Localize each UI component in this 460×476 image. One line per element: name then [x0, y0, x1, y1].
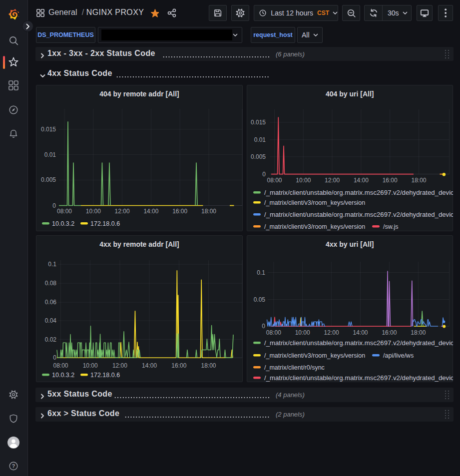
- svg-text:/_matrix/client/v3/room_keys/v: /_matrix/client/v3/room_keys/version: [264, 352, 365, 359]
- svg-text:16:00: 16:00: [171, 362, 186, 369]
- svg-text:10:00: 10:00: [296, 177, 311, 184]
- svg-text:?: ?: [12, 463, 15, 469]
- svg-text:/_matrix/client/unstable/org.m: /_matrix/client/unstable/org.matrix.msc2…: [264, 211, 454, 218]
- svg-text:0.1: 0.1: [257, 269, 265, 276]
- svg-text:/sw.js: /sw.js: [383, 223, 399, 230]
- svg-text:18:00: 18:00: [411, 329, 426, 336]
- svg-text:0.02: 0.02: [45, 336, 57, 343]
- svg-text:0: 0: [262, 323, 265, 330]
- svg-text:14:00: 14:00: [142, 362, 157, 369]
- svg-text:/_matrix/client/v3/room_keys/v: /_matrix/client/v3/room_keys/version: [264, 199, 365, 206]
- svg-text:0.04: 0.04: [45, 317, 57, 324]
- svg-text:10.0.3.2: 10.0.3.2: [52, 372, 74, 379]
- svg-text:12:00: 12:00: [115, 208, 130, 215]
- svg-text:08:00: 08:00: [53, 362, 68, 369]
- svg-text:10:00: 10:00: [86, 208, 101, 215]
- svg-text:/_matrix/client/unstable/org.m: /_matrix/client/unstable/org.matrix.msc2…: [264, 189, 454, 196]
- svg-text:/_matrix/client/unstable/org.m: /_matrix/client/unstable/org.matrix.msc2…: [264, 374, 454, 382]
- svg-text:18:00: 18:00: [411, 177, 426, 184]
- svg-text:0: 0: [52, 202, 56, 209]
- svg-text:172.18.0.6: 172.18.0.6: [90, 220, 120, 227]
- svg-text:0: 0: [262, 171, 266, 178]
- svg-text:10:00: 10:00: [83, 362, 98, 369]
- svg-text:0.015: 0.015: [41, 126, 56, 133]
- svg-text:0.005: 0.005: [250, 153, 265, 160]
- svg-text:18:00: 18:00: [201, 362, 216, 369]
- svg-text:12:00: 12:00: [112, 362, 127, 369]
- svg-text:16:00: 16:00: [382, 329, 397, 336]
- svg-text:12:00: 12:00: [324, 329, 339, 336]
- svg-text:/api/live/ws: /api/live/ws: [383, 352, 414, 359]
- svg-text:10:00: 10:00: [295, 329, 310, 336]
- svg-text:16:00: 16:00: [172, 208, 187, 215]
- svg-text:0.06: 0.06: [45, 299, 57, 306]
- svg-text:14:00: 14:00: [143, 208, 158, 215]
- svg-text:0.1: 0.1: [48, 261, 56, 268]
- svg-text:10.0.3.2: 10.0.3.2: [52, 220, 74, 227]
- svg-text:/_matrix/client/r0/sync: /_matrix/client/r0/sync: [264, 364, 325, 371]
- svg-text:0.08: 0.08: [45, 280, 57, 287]
- svg-text:14:00: 14:00: [353, 329, 368, 336]
- svg-text:/_matrix/client/unstable/org.m: /_matrix/client/unstable/org.matrix.msc2…: [264, 339, 454, 347]
- svg-text:/_matrix/client/v3/room_keys/v: /_matrix/client/v3/room_keys/version: [264, 223, 365, 230]
- svg-text:08:00: 08:00: [266, 329, 281, 336]
- svg-text:172.18.0.6: 172.18.0.6: [90, 372, 120, 379]
- svg-text:14:00: 14:00: [353, 177, 368, 184]
- svg-text:16:00: 16:00: [382, 177, 397, 184]
- svg-text:12:00: 12:00: [325, 177, 340, 184]
- svg-text:0.005: 0.005: [41, 176, 56, 183]
- svg-text:08:00: 08:00: [267, 177, 282, 184]
- svg-text:0.05: 0.05: [253, 296, 265, 303]
- svg-text:08:00: 08:00: [57, 208, 72, 215]
- svg-text:0.01: 0.01: [44, 151, 56, 158]
- svg-text:18:00: 18:00: [201, 208, 216, 215]
- svg-text:0.015: 0.015: [250, 119, 265, 126]
- svg-text:0.01: 0.01: [254, 136, 266, 143]
- svg-text:0: 0: [53, 354, 56, 361]
